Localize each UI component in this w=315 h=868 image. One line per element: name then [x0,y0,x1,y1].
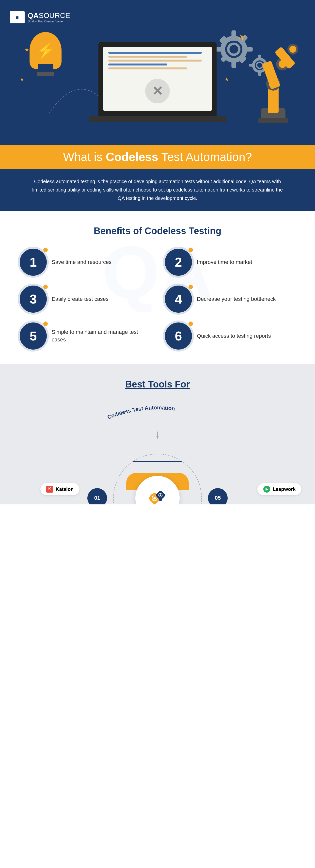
arrow-connector [10,432,305,439]
benefit-item-6: 6 Quick access to testing reports [165,322,295,349]
title-prefix: What is [63,150,105,163]
lightbulb-illustration: ⚡ [30,32,62,69]
tool-node-05: 05 [208,488,228,504]
svg-point-1 [228,44,240,55]
svg-marker-52 [156,436,159,439]
screen-lines [103,47,212,76]
benefit-item-1: 1 Save time and resources [20,249,150,276]
benefit-text-3: Easily create test cases [52,296,108,303]
screen-line-1 [108,52,202,54]
katalon-logo: K Katalon [40,483,80,495]
benefit-circle-5: 5 [20,322,47,349]
hero-illustration: ⚡ [0,27,315,145]
bulb-base [37,72,54,76]
center-circle-icon [148,489,167,504]
benefit-text-6: Quick access to testing reports [197,332,271,340]
katalon-icon: K [46,486,53,493]
logo-qa: QASOURCE [28,14,70,19]
svg-text:Codeless Test Automation: Codeless Test Automation [106,404,176,421]
tools-section: Best Tools For Codeless Test Automation [0,364,315,504]
svg-point-40 [159,494,162,497]
screen-line-2 [108,56,187,58]
benefit-number-2: 2 [175,255,182,270]
svg-point-26 [289,46,296,53]
svg-rect-35 [153,493,156,496]
star-icon-1: ★ [25,47,29,53]
svg-rect-41 [159,491,162,493]
logo-area: ■ QASOURCE Quality That Creates Value [0,7,315,27]
benefit-circle-4: 4 [165,285,192,313]
benefit-item-2: 2 Improve time to market [165,249,295,276]
benefit-circle-1: 1 [20,249,47,276]
benefits-title: Benefits of Codeless Testing [20,226,295,236]
title-banner: What is Codeless Test Automation? [0,145,315,168]
benefit-item-5: 5 Simple to maintain and manage test cas… [20,322,150,349]
laptop-base [89,116,226,122]
benefit-number-1: 1 [30,255,37,270]
benefit-circle-3: 3 [20,285,47,313]
svg-rect-44 [163,494,165,497]
benefits-section: QA Benefits of Codeless Testing 1 Save t… [0,211,315,364]
logo-box: ■ [10,11,25,23]
lightning-icon: ⚡ [36,42,55,59]
svg-rect-3 [231,61,236,68]
description-text: Codeless automated testing is the practi… [30,177,285,203]
arc-text-svg: Codeless Test Automation [96,402,219,422]
main-title: What is Codeless Test Automation? [5,150,310,164]
tools-title: Best Tools For [10,379,305,390]
benefit-text-5: Simple to maintain and manage test cases [52,329,150,344]
svg-point-34 [153,497,156,500]
laptop-illustration: ✕ [98,42,217,116]
bulb-body: ⚡ [30,32,62,69]
logo-icon: ■ [16,14,19,20]
title-bold: Codeless [106,150,158,163]
title-suffix: Test Automation? [158,150,252,163]
screen-line-3 [108,60,202,62]
tools-wrapper: Codeless Test Automation [10,392,305,449]
benefit-text-1: Save time and resources [52,258,112,266]
benefits-grid: 1 Save time and resources 2 Improve time… [20,249,295,349]
benefit-item-4: 4 Decrease your testing bottleneck [165,285,295,313]
star-icon-2: ★ [20,76,24,82]
benefit-item-3: 3 Easily create test cases [20,285,150,313]
svg-rect-43 [156,494,158,497]
robot-arm-illustration [246,42,300,126]
svg-rect-17 [258,118,288,123]
benefit-number-5: 5 [30,329,37,343]
benefit-text-2: Improve time to market [197,258,252,266]
leapwork-logo: ▶ Leapwork [257,483,302,495]
tool-node-01: 01 [87,488,107,504]
leapwork-label: Leapwork [273,487,295,492]
hero-section: ■ QASOURCE Quality That Creates Value ⚡ [0,0,315,145]
benefit-number-4: 4 [175,292,182,307]
down-arrow-svg [155,432,160,439]
leapwork-icon: ▶ [263,486,270,493]
benefit-circle-6: 6 [165,322,192,349]
bulb-stripe [38,64,53,71]
gears-icon-svg [148,489,167,504]
screen-line-5 [108,67,187,69]
robot-arm-svg [246,42,300,126]
screen-line-4 [108,63,167,65]
svg-rect-42 [159,499,162,501]
x-mark-circle: ✕ [145,79,170,103]
katalon-label: Katalon [56,487,73,492]
svg-rect-2 [231,30,236,37]
benefit-number-3: 3 [30,292,37,307]
benefit-circle-2: 2 [165,249,192,276]
description-section: Codeless automated testing is the practi… [0,168,315,211]
laptop-screen: ✕ [103,47,212,111]
curved-text-area: Codeless Test Automation [10,402,305,422]
benefit-number-6: 6 [175,329,182,343]
logo-text: QASOURCE Quality That Creates Value [28,11,70,23]
star-icon-3: ★ [224,76,229,82]
logo-tagline: Quality That Creates Value [28,20,70,23]
svg-rect-36 [153,502,156,504]
benefit-text-4: Decrease your testing bottleneck [197,296,276,303]
svg-rect-37 [149,497,152,499]
